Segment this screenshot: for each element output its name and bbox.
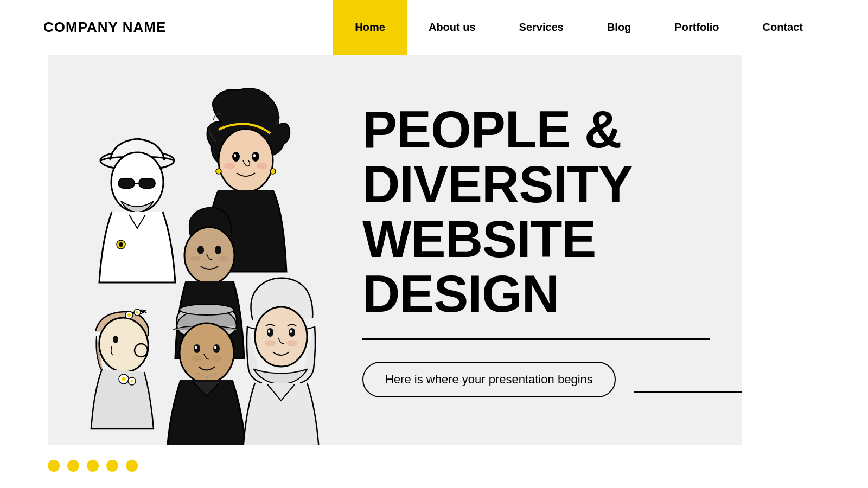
svg-point-27 — [136, 311, 139, 314]
hero-text-area: PEOPLE & DIVERSITY WEBSITE DESIGN Here i… — [341, 55, 742, 445]
nav-item-services[interactable]: Services — [497, 0, 585, 55]
svg-point-36 — [214, 346, 216, 349]
svg-point-50 — [122, 377, 126, 381]
svg-point-42 — [255, 307, 307, 367]
svg-point-14 — [216, 169, 221, 174]
svg-point-8 — [232, 152, 240, 162]
svg-point-45 — [267, 328, 273, 337]
svg-point-44 — [286, 340, 297, 346]
svg-point-34 — [213, 344, 220, 353]
svg-point-41 — [214, 373, 216, 375]
svg-point-17 — [197, 246, 204, 254]
main-content: PEOPLE & DIVERSITY WEBSITE DESIGN Here i… — [0, 55, 868, 488]
nav-item-about[interactable]: About us — [407, 0, 497, 55]
slide-dot-3[interactable] — [87, 460, 99, 472]
people-illustration — [53, 76, 335, 445]
svg-point-22 — [113, 336, 118, 343]
svg-point-6 — [119, 242, 123, 247]
svg-point-33 — [194, 344, 200, 353]
svg-point-16 — [184, 227, 234, 284]
svg-point-13 — [257, 163, 267, 169]
svg-point-30 — [180, 323, 234, 383]
svg-rect-3 — [139, 178, 155, 188]
svg-point-9 — [252, 152, 259, 162]
svg-point-39 — [206, 376, 208, 378]
svg-point-7 — [219, 129, 273, 192]
slide-dot-5[interactable] — [126, 460, 138, 472]
svg-point-48 — [290, 330, 292, 333]
slide-dots — [48, 460, 138, 472]
svg-point-35 — [195, 346, 197, 349]
nav-item-contact[interactable]: Contact — [741, 0, 825, 55]
svg-point-32 — [211, 355, 222, 362]
nav-item-portfolio[interactable]: Portfolio — [653, 0, 741, 55]
svg-point-40 — [210, 375, 212, 377]
svg-rect-2 — [118, 178, 135, 188]
navbar: COMPANY NAME Home About us Services Blog… — [0, 0, 868, 55]
svg-point-12 — [224, 163, 235, 169]
svg-point-25 — [127, 313, 131, 317]
svg-point-19 — [190, 256, 200, 261]
svg-point-10 — [234, 154, 236, 157]
slide-dot-2[interactable] — [67, 460, 79, 472]
svg-point-52 — [131, 380, 133, 383]
nav-item-blog[interactable]: Blog — [585, 0, 653, 55]
title-divider — [362, 338, 710, 340]
svg-point-18 — [215, 246, 221, 254]
hero-title: PEOPLE & DIVERSITY WEBSITE DESIGN — [362, 102, 710, 321]
company-logo[interactable]: COMPANY NAME — [43, 19, 166, 36]
slide-dot-4[interactable] — [106, 460, 118, 472]
svg-point-15 — [270, 169, 276, 174]
svg-point-20 — [219, 256, 228, 261]
decorative-line — [634, 391, 742, 393]
svg-point-29 — [180, 304, 234, 315]
svg-point-37 — [197, 373, 200, 375]
svg-point-38 — [201, 375, 203, 377]
nav-links: Home About us Services Blog Portfolio Co… — [333, 0, 825, 55]
svg-point-46 — [289, 328, 295, 337]
nav-item-home[interactable]: Home — [333, 0, 407, 55]
svg-point-43 — [265, 340, 276, 346]
svg-point-31 — [192, 355, 202, 362]
hero-slide: PEOPLE & DIVERSITY WEBSITE DESIGN Here i… — [48, 55, 742, 445]
illustration-area — [48, 55, 341, 445]
cta-button[interactable]: Here is where your presentation begins — [362, 362, 616, 397]
svg-point-11 — [253, 154, 256, 157]
svg-point-47 — [268, 330, 270, 333]
slide-dot-1[interactable] — [48, 460, 60, 472]
